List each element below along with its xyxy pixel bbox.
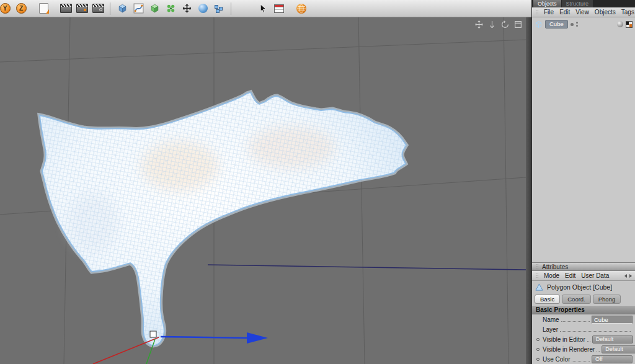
internet-globe-button[interactable] — [294, 1, 309, 16]
attributes-title: Attributes — [542, 264, 568, 270]
texture-tag-icon[interactable] — [626, 21, 633, 28]
property-label-use-color: Use Color — [543, 356, 570, 363]
keyframe-circle[interactable] — [536, 358, 540, 361]
render-picture-viewer-button[interactable] — [74, 1, 89, 16]
keyframe-circle[interactable] — [536, 338, 540, 341]
spline-pen-icon — [133, 3, 144, 14]
history-forward-icon[interactable] — [629, 274, 632, 278]
zoom-view-icon[interactable] — [487, 20, 496, 29]
array-object-icon — [166, 3, 176, 14]
dotted-leader — [587, 337, 590, 342]
render-view-button[interactable] — [58, 1, 73, 16]
right-panel: Objects Structure File Edit View Objects… — [531, 0, 635, 364]
dotted-leader — [572, 357, 590, 362]
menu-objects[interactable]: Objects — [595, 9, 616, 16]
visible-in-renderer-dropdown[interactable]: Default — [602, 345, 635, 353]
basic-properties-header: Basic Properties — [532, 305, 635, 314]
panel-divider[interactable] — [526, 17, 531, 364]
primitive-cube-button[interactable] — [115, 1, 130, 16]
menu-mode[interactable]: Mode — [544, 272, 559, 279]
undo-icon: Y — [0, 3, 11, 14]
render-view-icon — [60, 4, 72, 13]
attribute-object-row: Polygon Object [Cube] — [532, 281, 635, 293]
main-toolbar: Y Z — [0, 0, 531, 17]
x-axis-line[interactable] — [93, 337, 159, 364]
toolbar-separator — [110, 2, 110, 15]
attribute-object-title: Polygon Object [Cube] — [547, 283, 612, 291]
property-label-visible-renderer: Visible in Renderer — [543, 346, 595, 353]
tab-objects[interactable]: Objects — [533, 0, 561, 7]
polygon-cubes-button[interactable] — [211, 1, 226, 16]
attributes-menu-bar: Mode Edit User Data — [532, 271, 635, 281]
objects-menu-bar: File Edit View Objects Tags — [532, 7, 635, 17]
mesh-object[interactable] — [40, 92, 406, 345]
dotted-leader — [560, 327, 631, 332]
render-document-button[interactable] — [36, 1, 51, 16]
polygon-cubes-icon — [214, 4, 224, 14]
dotted-leader — [561, 317, 590, 322]
use-color-dropdown[interactable]: Off — [592, 355, 633, 363]
viewport-canvas — [0, 17, 526, 364]
section-title: Basic Properties — [536, 306, 585, 313]
name-input[interactable] — [592, 316, 633, 324]
viewport-3d[interactable] — [0, 17, 526, 364]
dotted-leader — [597, 347, 600, 352]
undo-button[interactable]: Y — [0, 1, 12, 16]
redo-button[interactable]: Z — [14, 1, 29, 16]
viewport-nav — [474, 20, 522, 29]
property-row-visible-in-editor: Visible in Editor Default — [532, 334, 635, 344]
enable-dot-icon[interactable] — [571, 23, 574, 26]
drag-grip-icon[interactable] — [535, 273, 538, 279]
object-name-label[interactable]: Cube — [545, 20, 568, 29]
property-label-visible-editor: Visible in Editor — [543, 336, 585, 343]
primitive-sphere-button[interactable] — [195, 1, 210, 16]
tab-coord[interactable]: Coord. — [562, 295, 591, 304]
array-object-button[interactable] — [163, 1, 178, 16]
tab-phong[interactable]: Phong — [593, 295, 621, 304]
visibility-dots-icon[interactable] — [576, 22, 578, 27]
structure-table-button[interactable] — [272, 1, 286, 16]
object-row-cube[interactable]: Cube — [532, 19, 635, 29]
rotate-view-icon[interactable] — [500, 20, 509, 29]
property-row-visible-in-renderer: Visible in Renderer Default — [532, 344, 635, 354]
tab-structure[interactable]: Structure — [562, 0, 593, 7]
attributes-header: Attributes — [532, 262, 635, 271]
polygon-object-icon — [535, 283, 543, 291]
world-z-axis-line — [208, 265, 526, 270]
menu-user-data[interactable]: User Data — [581, 272, 609, 279]
structure-table-icon — [274, 4, 284, 13]
selection-cursor-button[interactable] — [255, 1, 270, 16]
keyframe-circle[interactable] — [536, 348, 540, 351]
render-document-icon — [39, 3, 48, 14]
spline-pen-button[interactable] — [131, 1, 146, 16]
selection-handle[interactable] — [150, 331, 156, 337]
menu-view[interactable]: View — [575, 9, 589, 16]
drag-grip-icon[interactable] — [535, 264, 538, 270]
tab-basic[interactable]: Basic — [535, 295, 560, 304]
pan-view-icon[interactable] — [474, 20, 483, 29]
internet-globe-icon — [296, 4, 306, 14]
render-picture-viewer-icon — [76, 4, 88, 13]
visible-in-editor-dropdown[interactable]: Default — [592, 335, 633, 344]
property-label-name: Name — [543, 316, 559, 323]
primitive-cube-icon — [117, 3, 128, 14]
menu-edit-attr[interactable]: Edit — [565, 272, 575, 279]
axis-move-icon — [182, 3, 192, 14]
render-settings-button[interactable] — [91, 1, 105, 16]
redo-icon: Z — [16, 3, 27, 14]
menu-file[interactable]: File — [544, 9, 554, 16]
history-back-icon[interactable] — [624, 274, 627, 278]
cube-object-icon — [535, 20, 543, 29]
render-settings-icon — [92, 4, 104, 13]
attribute-tabs: Basic Coord. Phong — [532, 293, 635, 305]
menu-edit[interactable]: Edit — [559, 9, 570, 16]
axis-move-button[interactable] — [179, 1, 194, 16]
hypernurbs-cube-icon — [149, 3, 160, 14]
hypernurbs-button[interactable] — [147, 1, 162, 16]
toggle-fullscreen-icon[interactable] — [513, 20, 522, 29]
primitive-sphere-icon — [198, 4, 208, 13]
drag-grip-icon[interactable] — [535, 9, 538, 16]
menu-tags[interactable]: Tags — [621, 9, 634, 16]
phong-tag-icon[interactable] — [617, 21, 623, 27]
property-row-name: Name — [532, 314, 635, 324]
